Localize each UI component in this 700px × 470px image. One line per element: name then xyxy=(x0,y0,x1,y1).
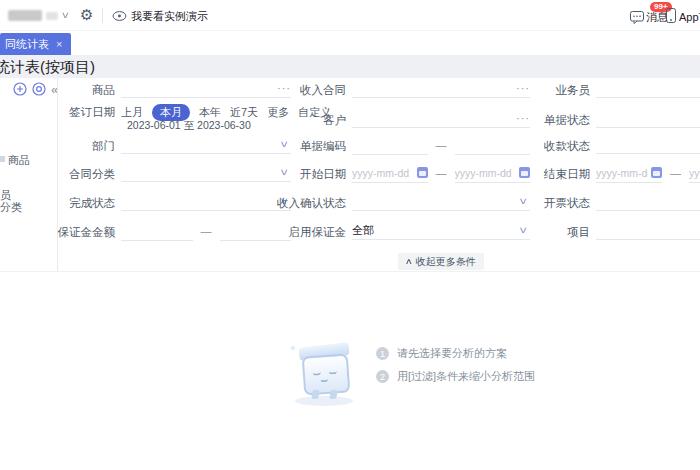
step-text: 请先选择要分析的方案 xyxy=(397,346,507,361)
filter-doc-code: 单据编码 — xyxy=(255,136,530,154)
end-date-label: 结束日期 xyxy=(500,167,590,182)
filter-goods: 商品 ··· xyxy=(20,80,291,98)
salesman-input[interactable] xyxy=(596,79,700,98)
end-date-from-input[interactable]: yyyy-mm-dd xyxy=(596,164,662,183)
filter-deposit-amount: 保证金金额 — xyxy=(20,222,291,240)
filter-income-confirm: 收入确认状态 ∨ xyxy=(255,193,530,211)
empty-step-2: 2 用[过滤]条件来缩小分析范围 xyxy=(376,369,535,384)
range-dash: — xyxy=(664,164,687,182)
contract-type-label: 合同分类 xyxy=(20,167,115,182)
collect-status-select[interactable] xyxy=(596,135,700,154)
demo-link[interactable]: 我要看实例演示 xyxy=(131,9,208,24)
doc-code-min-input[interactable] xyxy=(352,136,428,155)
goods-label: 商品 xyxy=(20,83,115,98)
robot-eye xyxy=(329,367,337,375)
doc-code-label: 单据编码 xyxy=(255,139,346,154)
filter-dept: 部门 ∨ xyxy=(20,136,291,154)
topbar-divider xyxy=(102,8,103,23)
empty-state-illustration xyxy=(293,336,357,406)
invoice-status-select[interactable] xyxy=(596,192,700,211)
calendar-icon[interactable] xyxy=(651,167,662,178)
invoice-status-label: 开票状态 xyxy=(500,196,590,211)
quick-last-7-days[interactable]: 近7天 xyxy=(230,105,258,120)
end-date-to-input[interactable]: yyyy-mm-dd xyxy=(689,164,700,183)
quick-last-month[interactable]: 上月 xyxy=(121,105,143,120)
filter-invoice-status: 开票状态 xyxy=(500,193,700,211)
tab-label: 同统计表 xyxy=(5,37,49,52)
start-date-label: 开始日期 xyxy=(255,167,346,182)
app-logo xyxy=(8,10,42,21)
sidebar-item-bullet xyxy=(0,156,5,162)
filter-customer: 客户 ··· xyxy=(255,110,530,128)
sign-date-range-value: 2023-06-01 至 2023-06-30 xyxy=(127,119,251,133)
gear-icon[interactable]: ⚙ xyxy=(80,7,93,22)
filter-contract-type: 合同分类 ∨ xyxy=(20,164,291,182)
collapse-more-conditions-button[interactable]: ∧ 收起更多条件 xyxy=(398,253,484,270)
dept-label: 部门 xyxy=(20,139,115,154)
filter-start-date: 开始日期 yyyy-mm-dd — yyyy-mm-dd xyxy=(255,164,530,182)
filter-income-contract: 收入合同 ··· xyxy=(255,80,530,98)
filter-salesman: 业务员 xyxy=(500,80,700,98)
step-number-badge: 1 xyxy=(376,347,389,360)
sign-date-label: 签订日期 xyxy=(20,105,115,120)
tab-report[interactable]: 同统计表 × xyxy=(0,33,71,55)
calendar-icon[interactable] xyxy=(417,167,428,178)
phone-icon xyxy=(666,8,676,23)
robot-box xyxy=(302,353,351,395)
chevron-up-icon: ∧ xyxy=(405,257,413,266)
tab-close-icon[interactable]: × xyxy=(56,38,62,50)
chevron-down-icon[interactable]: ∨ xyxy=(61,10,70,20)
quick-this-month[interactable]: 本月 xyxy=(152,104,190,121)
project-input[interactable] xyxy=(596,221,700,240)
start-date-from-input[interactable]: yyyy-mm-dd xyxy=(352,164,428,183)
sidebar-item-category[interactable]: 分类 xyxy=(0,200,22,215)
enable-deposit-value: 全部 xyxy=(352,223,518,238)
filter-finish-status: 完成状态 ∨ xyxy=(20,193,291,211)
top-bar: ∨ ⚙ 我要看实例演示 消息 99+ App下 xyxy=(0,0,700,31)
quick-this-year[interactable]: 本年 xyxy=(199,105,221,120)
project-label: 项目 xyxy=(500,225,590,240)
date-placeholder: yyyy-mm-dd xyxy=(352,167,414,179)
enable-deposit-label: 启用保证金 xyxy=(255,225,346,240)
collect-status-label: 收款状态 xyxy=(500,139,590,154)
deposit-min-input[interactable] xyxy=(121,222,193,241)
empty-step-1: 1 请先选择要分析的方案 xyxy=(376,346,507,361)
filter-end-date: 结束日期 yyyy-mm-dd — yyyy-mm-dd xyxy=(500,164,700,182)
title-band xyxy=(0,55,700,78)
doc-status-label: 单据状态 xyxy=(500,113,590,128)
range-dash: — xyxy=(430,164,453,182)
step-number-badge: 2 xyxy=(376,370,389,383)
step-text: 用[过滤]条件来缩小分析范围 xyxy=(397,369,535,384)
demo-eye-icon xyxy=(112,10,127,22)
message-bubble-icon[interactable] xyxy=(630,11,644,24)
robot-mouth xyxy=(320,376,328,383)
robot-eye xyxy=(313,368,321,376)
customer-label: 客户 xyxy=(255,113,346,128)
messages-link[interactable]: 消息 xyxy=(646,10,668,25)
filter-doc-status: 单据状态 xyxy=(500,110,700,128)
filter-collect-status: 收款状态 xyxy=(500,136,700,154)
range-dash: — xyxy=(195,222,218,240)
deposit-amount-label: 保证金金额 xyxy=(20,225,115,240)
finish-status-label: 完成状态 xyxy=(20,196,115,211)
income-confirm-label: 收入确认状态 xyxy=(255,196,346,211)
income-contract-label: 收入合同 xyxy=(255,83,346,98)
range-dash: — xyxy=(430,136,453,154)
collapse-button-label: 收起更多条件 xyxy=(416,255,476,269)
app-logo-secondary xyxy=(46,12,58,20)
doc-status-select[interactable] xyxy=(596,109,700,128)
salesman-label: 业务员 xyxy=(500,83,590,98)
illustration-shadow xyxy=(295,396,353,406)
app-window: ∨ ⚙ 我要看实例演示 消息 99+ App下 同统计表 × 统计表(按项目) xyxy=(0,0,700,470)
date-placeholder: yyyy-mm-dd xyxy=(596,167,648,179)
date-placeholder: yyyy-mm-dd xyxy=(689,167,700,179)
page-title: 统计表(按项目) xyxy=(0,58,95,77)
content-divider xyxy=(0,271,700,272)
filter-project: 项目 xyxy=(500,222,700,240)
filter-enable-deposit: 启用保证金 全部 ∨ xyxy=(255,222,530,240)
end-date-range: yyyy-mm-dd — yyyy-mm-dd xyxy=(596,164,700,182)
app-download-link[interactable]: App下 xyxy=(679,10,700,25)
